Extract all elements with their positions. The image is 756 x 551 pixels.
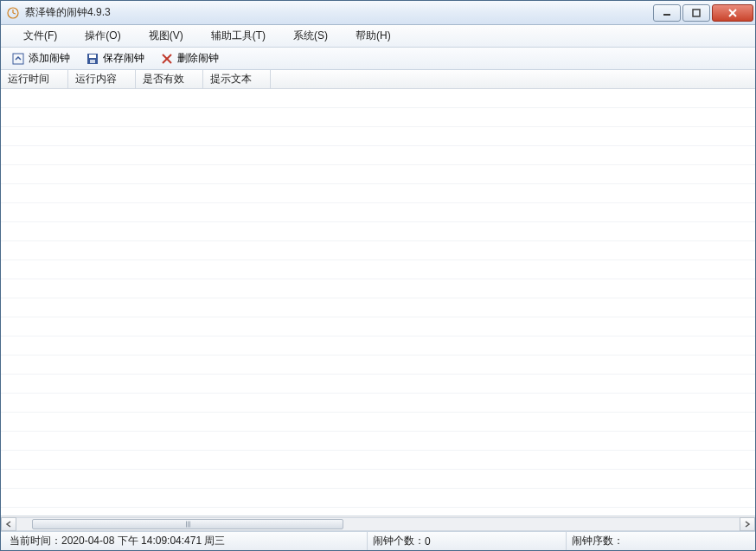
column-valid[interactable]: 是否有效: [136, 70, 203, 88]
status-count-label: 闹钟个数：: [373, 534, 425, 548]
content-area: 运行时间 运行内容 是否有效 提示文本: [1, 70, 755, 531]
window-controls: [653, 4, 753, 22]
column-run-content[interactable]: 运行内容: [68, 70, 136, 88]
table-row: [1, 184, 755, 203]
table-row: [1, 108, 755, 127]
column-run-time[interactable]: 运行时间: [1, 70, 68, 88]
maximize-icon: [692, 9, 701, 17]
table-row: [1, 317, 755, 336]
close-icon: [727, 9, 738, 17]
menu-tools[interactable]: 辅助工具(T): [197, 26, 279, 46]
minimize-icon: [663, 9, 671, 17]
scroll-thumb-grip: [183, 521, 193, 527]
table-row: [1, 89, 755, 108]
status-time-value: 2020-04-08 下午 14:09:04:471 周三: [61, 534, 225, 548]
scroll-track[interactable]: [16, 517, 740, 531]
table-row: [1, 203, 755, 222]
table-row: [1, 394, 755, 413]
minimize-button[interactable]: [653, 4, 681, 22]
add-alarm-button[interactable]: 添加闹钟: [6, 49, 75, 67]
table-row: [1, 451, 755, 470]
maximize-button[interactable]: [682, 4, 710, 22]
svg-rect-4: [693, 10, 700, 16]
horizontal-scrollbar[interactable]: [1, 516, 755, 531]
column-headers: 运行时间 运行内容 是否有效 提示文本: [1, 70, 755, 89]
scroll-right-button[interactable]: [740, 517, 755, 531]
table-row: [1, 146, 755, 165]
column-hint-text[interactable]: 提示文本: [203, 70, 271, 88]
save-icon: [86, 52, 99, 66]
scroll-left-button[interactable]: [1, 517, 16, 531]
delete-alarm-button[interactable]: 删除闹钟: [155, 49, 224, 67]
add-alarm-label: 添加闹钟: [29, 51, 70, 66]
toolbar: 添加闹钟 保存闹钟 删除闹钟: [1, 48, 755, 70]
table-row: [1, 356, 755, 375]
table-row: [1, 260, 755, 279]
table-row: [1, 127, 755, 146]
scroll-thumb[interactable]: [32, 519, 343, 529]
statusbar: 当前时间： 2020-04-08 下午 14:09:04:471 周三 闹钟个数…: [1, 531, 755, 550]
status-count: 闹钟个数： 0: [368, 532, 567, 550]
chevron-left-icon: [5, 521, 12, 528]
status-seq-label: 闹钟序数：: [572, 534, 624, 548]
status-time-label: 当前时间：: [10, 534, 61, 548]
window-title: 蔡泽锋的闹钟4.9.3: [25, 5, 653, 20]
menu-view[interactable]: 视图(V): [135, 26, 197, 46]
chevron-right-icon: [744, 521, 751, 528]
status-sequence: 闹钟序数：: [567, 532, 752, 550]
save-alarm-button[interactable]: 保存闹钟: [80, 49, 150, 67]
table-row: [1, 336, 755, 356]
titlebar[interactable]: 蔡泽锋的闹钟4.9.3: [1, 1, 755, 25]
table-row: [1, 298, 755, 317]
table-row: [1, 165, 755, 184]
menu-file[interactable]: 文件(F): [10, 26, 71, 46]
svg-line-2: [13, 13, 16, 14]
table-row: [1, 222, 755, 241]
status-time: 当前时间： 2020-04-08 下午 14:09:04:471 周三: [4, 532, 368, 550]
add-icon: [11, 52, 25, 66]
menubar: 文件(F) 操作(O) 视图(V) 辅助工具(T) 系统(S) 帮助(H): [1, 25, 755, 48]
menu-help[interactable]: 帮助(H): [342, 26, 405, 46]
grid-body[interactable]: [1, 89, 755, 516]
table-row: [1, 489, 755, 508]
status-count-value: 0: [425, 535, 431, 548]
close-button[interactable]: [712, 4, 753, 22]
svg-rect-10: [90, 60, 95, 63]
delete-icon: [160, 52, 174, 66]
menu-system[interactable]: 系统(S): [279, 26, 342, 46]
table-row: [1, 375, 755, 394]
delete-alarm-label: 删除闹钟: [177, 51, 219, 66]
table-row: [1, 432, 755, 451]
app-icon: [6, 6, 20, 20]
save-alarm-label: 保存闹钟: [103, 51, 144, 66]
table-row: [1, 279, 755, 298]
menu-operation[interactable]: 操作(O): [71, 26, 134, 46]
table-row: [1, 413, 755, 432]
svg-rect-9: [89, 54, 96, 58]
svg-rect-7: [13, 54, 23, 64]
table-row: [1, 470, 755, 489]
app-window: 蔡泽锋的闹钟4.9.3 文件(F) 操作(O) 视图(V) 辅助工具(T) 系统…: [0, 0, 756, 551]
table-row: [1, 241, 755, 260]
